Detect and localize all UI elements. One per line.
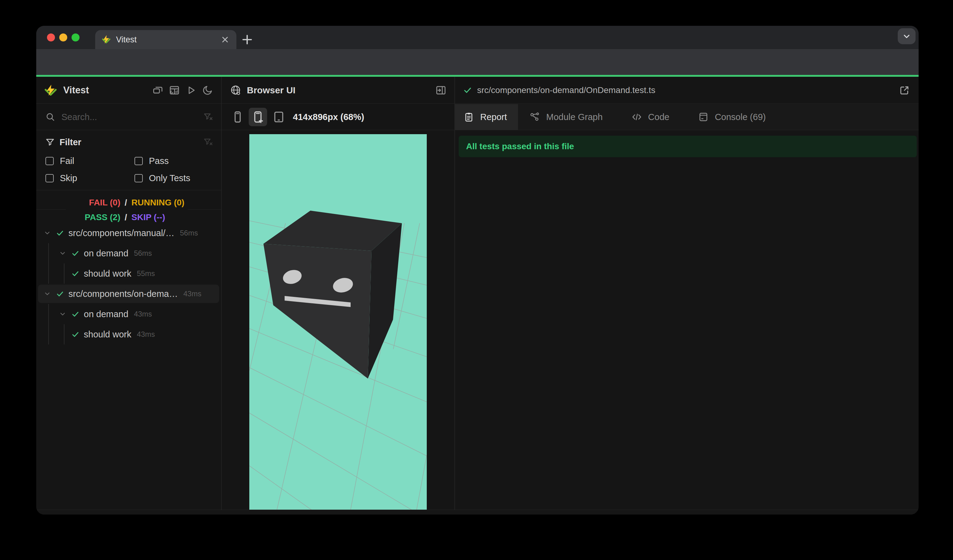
close-tab-icon[interactable]: [220, 35, 230, 44]
checkbox-icon[interactable]: [45, 174, 54, 182]
report-tabs: Report Module Graph Code: [455, 104, 919, 130]
close-window-button[interactable]: [47, 34, 55, 42]
threejs-cube-scene: [249, 134, 427, 510]
file-header: src/components/on-demand/OnDemand.test.t…: [455, 77, 919, 104]
chevron-down-icon[interactable]: [59, 310, 66, 318]
new-tab-button[interactable]: [240, 33, 254, 47]
test-case-row[interactable]: should work 43ms: [36, 324, 221, 344]
console-icon: [698, 112, 709, 122]
module-graph-icon: [529, 112, 540, 122]
dark-mode-moon-icon[interactable]: [202, 85, 213, 96]
tab-code[interactable]: Code: [622, 104, 678, 130]
globe-icon: [230, 85, 241, 96]
chevron-down-icon[interactable]: [59, 250, 66, 257]
chevron-down-icon[interactable]: [43, 290, 51, 298]
device-phone-add-selected[interactable]: [249, 108, 267, 126]
sidebar-header: Vitest: [36, 77, 221, 104]
check-icon: [71, 249, 79, 258]
pass-count: PASS (2): [69, 210, 120, 225]
clear-filters-icon[interactable]: [203, 137, 213, 147]
search-row: [36, 104, 221, 130]
running-count: RUNNING (0): [131, 195, 185, 210]
test-tree: src/components/manual/… 56ms on demand 5…: [36, 223, 221, 344]
check-icon: [71, 310, 79, 318]
check-icon: [71, 330, 79, 339]
vitest-logo-icon: [44, 84, 57, 97]
device-phone-small-icon[interactable]: [231, 109, 244, 125]
check-icon: [463, 86, 472, 95]
browser-window: Vitest: [36, 26, 919, 515]
report-clipboard-icon: [464, 112, 474, 122]
dock-panel-icon[interactable]: [435, 85, 446, 96]
code-icon: [632, 112, 642, 122]
browser-tab[interactable]: Vitest: [95, 30, 236, 49]
filter-checkbox-pass[interactable]: Pass: [135, 152, 169, 169]
status-strip: [36, 510, 919, 515]
filter-funnel-icon: [45, 138, 55, 147]
all-tests-passed-banner: All tests passed in this file: [459, 136, 917, 157]
fail-count: FAIL (0): [69, 195, 120, 210]
tab-report[interactable]: Report: [455, 104, 518, 130]
tab-title: Vitest: [116, 35, 220, 45]
clear-search-filter-icon[interactable]: [203, 112, 213, 122]
test-file-path: src/components/on-demand/OnDemand.test.t…: [477, 85, 899, 95]
device-tablet-icon[interactable]: [272, 109, 286, 125]
tab-console[interactable]: Console (69): [689, 104, 775, 130]
browser-toolbar: localhost:5173/#/?file=1828625563: [36, 49, 919, 75]
test-browser-viewport[interactable]: [249, 134, 427, 510]
checkbox-icon[interactable]: [45, 157, 54, 165]
filter-label: Filter: [60, 137, 203, 147]
test-case-row[interactable]: should work 55ms: [36, 264, 221, 284]
filter-section: Filter Fail Pass Skip Only Tests: [36, 130, 221, 190]
app-title: Vitest: [63, 85, 152, 96]
test-suite-row[interactable]: on demand 43ms: [36, 304, 221, 324]
sidebar: Vitest: [36, 77, 221, 510]
skip-count: SKIP (--): [131, 210, 185, 225]
filter-checkbox-only-tests[interactable]: Only Tests: [135, 169, 190, 187]
checkbox-icon[interactable]: [135, 174, 143, 182]
checkbox-icon[interactable]: [135, 157, 143, 165]
test-suite-row[interactable]: on demand 56ms: [36, 243, 221, 264]
chevron-down-icon[interactable]: [43, 230, 51, 237]
report-panel: src/components/on-demand/OnDemand.test.t…: [455, 77, 919, 510]
filter-checkbox-skip[interactable]: Skip: [45, 169, 77, 187]
tab-search-button[interactable]: [898, 28, 916, 44]
tab-module-graph[interactable]: Module Graph: [520, 104, 612, 130]
vitest-page: Vitest: [36, 75, 919, 515]
search-input[interactable]: [61, 112, 203, 122]
desktop: Vitest: [0, 0, 953, 560]
browser-ui-title: Browser UI: [247, 85, 435, 96]
tab-strip: Vitest: [36, 26, 919, 49]
test-summary: FAIL (0) / RUNNING (0) PASS (2) / SKIP (…: [66, 195, 188, 225]
filter-checkbox-fail[interactable]: Fail: [45, 152, 74, 169]
zoom-window-button[interactable]: [71, 34, 79, 42]
open-external-icon[interactable]: [899, 85, 910, 96]
minimize-window-button[interactable]: [59, 34, 67, 42]
check-icon: [71, 270, 79, 278]
viewport-size-label: 414x896px (68%): [293, 112, 364, 122]
vitest-favicon-icon: [101, 35, 111, 45]
browser-ui-header: Browser UI: [222, 77, 455, 104]
check-icon: [56, 229, 64, 237]
collapse-panels-icon[interactable]: [152, 85, 163, 96]
test-file-row[interactable]: src/components/manual/… 56ms: [36, 223, 221, 243]
test-file-row-selected[interactable]: src/components/on-dema… 43ms: [36, 284, 221, 304]
run-all-icon[interactable]: [185, 85, 197, 96]
device-toolbar: 414x896px (68%): [222, 104, 455, 130]
check-icon: [56, 290, 64, 298]
search-icon: [45, 112, 55, 122]
dashboard-icon[interactable]: [169, 85, 180, 96]
browser-ui-panel: Browser UI: [221, 77, 455, 510]
